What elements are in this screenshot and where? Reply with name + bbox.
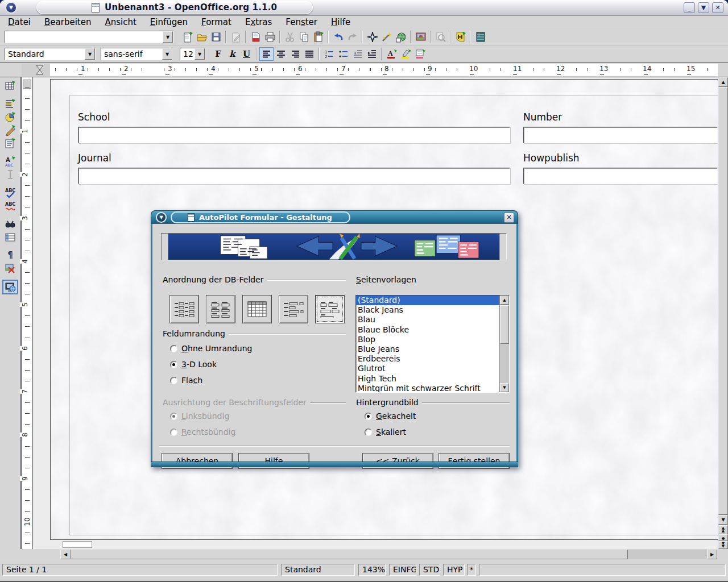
- form-functions-button[interactable]: [3, 136, 18, 149]
- menu-extras[interactable]: Extras: [238, 16, 279, 28]
- flat-radio[interactable]: [170, 377, 177, 384]
- data-sources-button[interactable]: [473, 30, 487, 44]
- hyperlink-button[interactable]: [394, 30, 408, 44]
- stylist-button[interactable]: [379, 30, 394, 44]
- radio-row-scaled[interactable]: Skaliert: [365, 428, 406, 436]
- list-scroll-thumb[interactable]: [500, 305, 509, 344]
- online-layout-button[interactable]: [2, 280, 18, 294]
- autotext-button[interactable]: AABC: [3, 155, 18, 168]
- print-button[interactable]: [263, 30, 277, 44]
- italic-button[interactable]: k: [225, 47, 239, 61]
- list-item[interactable]: Black Jeans: [356, 305, 509, 315]
- list-item[interactable]: Blau: [356, 315, 509, 325]
- export-pdf-button[interactable]: [249, 30, 263, 44]
- paragraph-style-value[interactable]: Standard: [5, 48, 95, 60]
- list-item[interactable]: (Standard): [356, 296, 509, 305]
- dialog-titlebar[interactable]: ▼ AutoPilot Formular - Gestaltung ✕: [151, 210, 518, 224]
- copy-button[interactable]: [297, 30, 311, 44]
- align-center-button[interactable]: [274, 47, 288, 61]
- menu-fenster[interactable]: Fenster: [279, 16, 324, 28]
- auto-spellcheck-button[interactable]: ABC: [3, 199, 18, 212]
- vertical-scrollbar[interactable]: ▲ ▼ ▲▲ ● ▼▼: [718, 77, 728, 549]
- find-replace-button[interactable]: [3, 217, 18, 230]
- status-zoom[interactable]: 143%: [358, 564, 386, 576]
- highlighting-button[interactable]: [399, 47, 413, 61]
- dialog-close-button[interactable]: ✕: [504, 213, 514, 223]
- status-hyperlink-mode[interactable]: HYP: [443, 564, 465, 576]
- insert-button[interactable]: [3, 97, 18, 110]
- scroll-up-button[interactable]: ▲: [718, 77, 728, 87]
- font-size-dropdown[interactable]: ▼: [195, 48, 205, 60]
- insert-object-button[interactable]: [3, 110, 18, 123]
- minimize-button[interactable]: _: [684, 2, 695, 13]
- dialog-menu-button[interactable]: ▼: [156, 212, 167, 223]
- scroll-thumb[interactable]: [718, 87, 728, 515]
- scroll-down-button[interactable]: ▼: [718, 515, 728, 525]
- howpublish-field[interactable]: [523, 168, 718, 184]
- list-item[interactable]: Blaue Blöcke: [356, 325, 509, 335]
- font-name-combobox[interactable]: sans-serif ▼: [101, 48, 173, 60]
- align-justify-button[interactable]: [302, 47, 316, 61]
- spellcheck-button[interactable]: ABC: [3, 186, 18, 199]
- numbering-button[interactable]: 12: [322, 47, 336, 61]
- list-item[interactable]: Mintgrün mit schwarzer Schrift: [356, 384, 509, 393]
- cut-button[interactable]: [283, 30, 297, 44]
- radio-row-flat[interactable]: Flach: [170, 376, 202, 384]
- paragraph-style-combobox[interactable]: Standard ▼: [5, 48, 96, 60]
- nonprinting-characters-button[interactable]: ¶: [3, 248, 18, 261]
- list-scroll-down-button[interactable]: ▼: [500, 383, 509, 392]
- status-selection-mode[interactable]: STD: [419, 564, 440, 576]
- increase-indent-button[interactable]: [365, 47, 379, 61]
- arrangement-option-columns-left[interactable]: [169, 295, 199, 323]
- radio-row-no-border[interactable]: Ohne Umrandung: [170, 344, 252, 352]
- paragraph-background-button[interactable]: [413, 47, 427, 61]
- status-page-style[interactable]: Standard: [281, 564, 355, 576]
- status-insert-mode[interactable]: EINFG: [389, 564, 416, 576]
- edit-file-button[interactable]: [229, 30, 243, 44]
- redo-button[interactable]: [345, 30, 359, 44]
- list-scrollbar[interactable]: ▲ ▼: [499, 296, 509, 392]
- font-size-combobox[interactable]: 12 ▼: [180, 48, 205, 60]
- menu-bearbeiten[interactable]: Bearbeiten: [38, 16, 98, 28]
- no-border-radio[interactable]: [170, 345, 177, 352]
- list-item[interactable]: Blop: [356, 335, 509, 344]
- document-canvas[interactable]: School Number Journal Howpublish ▼ AutoP…: [33, 77, 718, 549]
- maximize-button[interactable]: ▼: [698, 2, 709, 13]
- new-document-button[interactable]: [180, 30, 195, 44]
- menu-einfuegen[interactable]: Einfügen: [143, 16, 195, 28]
- journal-field[interactable]: [78, 168, 510, 184]
- list-item[interactable]: Erdbeereis: [356, 354, 509, 364]
- arrangement-option-labels-top[interactable]: [206, 295, 235, 323]
- align-right-button[interactable]: [288, 47, 302, 61]
- url-dropdown-button[interactable]: ▼: [163, 31, 173, 43]
- draw-functions-button[interactable]: [3, 123, 18, 136]
- data-sources-view-button[interactable]: [3, 230, 18, 243]
- list-scroll-up-button[interactable]: ▲: [500, 296, 509, 305]
- navigation-dot-button[interactable]: ●: [718, 534, 728, 541]
- school-field[interactable]: [78, 127, 510, 143]
- list-item[interactable]: Blue Jeans: [356, 344, 509, 354]
- arrangement-option-blocks[interactable]: [315, 295, 345, 323]
- vertical-ruler[interactable]: 1 2 3 4 5 6 7 8 9 10: [21, 77, 33, 549]
- url-value[interactable]: [5, 31, 173, 34]
- insert-table-button[interactable]: [3, 79, 18, 92]
- bold-button[interactable]: F: [211, 47, 225, 61]
- navigation-button[interactable]: [453, 30, 468, 44]
- window-menu-button[interactable]: ▼: [5, 2, 17, 14]
- open-button[interactable]: [195, 30, 209, 44]
- paragraph-style-dropdown[interactable]: ▼: [85, 48, 95, 60]
- 3d-look-radio[interactable]: [170, 361, 177, 368]
- bullets-button[interactable]: [336, 47, 350, 61]
- font-color-button[interactable]: A: [384, 47, 399, 61]
- close-button[interactable]: ✕: [712, 2, 723, 13]
- align-left-button[interactable]: [259, 47, 274, 61]
- direct-cursor-button[interactable]: [3, 168, 18, 181]
- number-field[interactable]: [523, 127, 718, 143]
- list-item[interactable]: High Tech: [356, 374, 509, 384]
- horizontal-scrollbar[interactable]: ◀ ▶: [0, 549, 728, 560]
- radio-row-tiled[interactable]: Gekachelt: [365, 412, 416, 420]
- menu-format[interactable]: Format: [195, 16, 238, 28]
- horizontal-ruler[interactable]: 1 2 3 4 5 6 7 8 9 10 11 12 13 14 15: [0, 63, 728, 77]
- page-styles-listbox[interactable]: (Standard) Black Jeans Blau Blaue Blöcke…: [355, 295, 510, 393]
- scroll-track[interactable]: [71, 550, 707, 559]
